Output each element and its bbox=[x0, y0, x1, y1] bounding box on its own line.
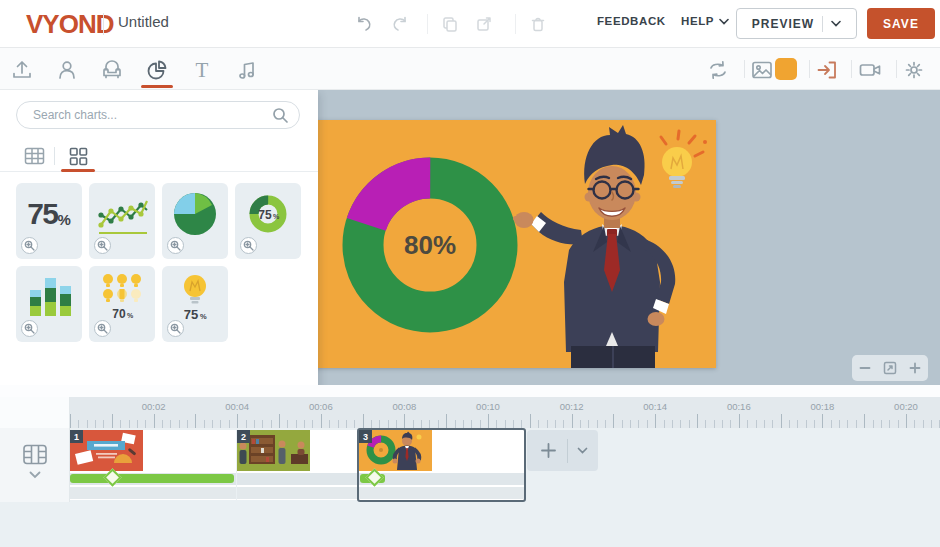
add-scene-control bbox=[527, 430, 598, 471]
scene-block-1[interactable]: 1 bbox=[70, 430, 236, 500]
svg-text:T: T bbox=[196, 58, 209, 82]
preview-magnifier-icon[interactable] bbox=[94, 320, 111, 337]
camera-icon[interactable] bbox=[855, 55, 885, 85]
divider bbox=[744, 60, 745, 78]
project-title[interactable]: Untitled bbox=[118, 13, 169, 30]
character-tool-icon[interactable] bbox=[52, 55, 82, 85]
donut-chart-preview: 75 % bbox=[235, 183, 301, 245]
background-image-icon[interactable] bbox=[747, 55, 777, 85]
ruler-timestamp: 00:10 bbox=[476, 401, 500, 412]
settings-gear-icon[interactable] bbox=[899, 55, 929, 85]
svg-text:75: 75 bbox=[184, 307, 198, 322]
help-menu[interactable]: HELP bbox=[681, 15, 729, 27]
paste-style-icon[interactable] bbox=[472, 12, 496, 36]
timeline-ruler[interactable]: 00:02 00:04 00:06 00:08 00:10 00:12 00:1… bbox=[0, 397, 940, 428]
ruler-timestamp: 00:02 bbox=[142, 401, 166, 412]
feedback-label: FEEDBACK bbox=[597, 15, 666, 27]
props-tool-icon[interactable] bbox=[97, 55, 127, 85]
charts-tool-icon[interactable] bbox=[142, 55, 172, 85]
video-track-icon bbox=[21, 442, 49, 467]
text-tool-icon[interactable]: T bbox=[187, 55, 217, 85]
ruler-timestamp: 00:06 bbox=[309, 401, 333, 412]
chart-card-donut[interactable]: 75 % bbox=[235, 183, 301, 259]
scene-number-badge: 2 bbox=[237, 430, 250, 443]
svg-text:75: 75 bbox=[258, 208, 272, 222]
line-chart-preview bbox=[89, 183, 155, 245]
tab-templates[interactable] bbox=[17, 144, 51, 168]
video-track-gutter bbox=[0, 428, 70, 502]
stage-donut-chart: 80% bbox=[346, 161, 515, 330]
help-label: HELP bbox=[681, 15, 714, 27]
preview-magnifier-icon[interactable] bbox=[21, 320, 38, 337]
audio-tool-icon[interactable] bbox=[232, 55, 262, 85]
zoom-in-button[interactable] bbox=[904, 357, 926, 379]
chart-card-pie[interactable] bbox=[162, 183, 228, 259]
active-tab-underline bbox=[61, 169, 95, 172]
collapse-track-chevron-icon[interactable] bbox=[29, 471, 41, 479]
scene-block-2[interactable]: 2 bbox=[237, 430, 359, 500]
save-button[interactable]: SAVE bbox=[867, 8, 935, 39]
divider bbox=[54, 147, 55, 165]
scene-1-animation-bar[interactable] bbox=[70, 474, 234, 483]
preview-magnifier-icon[interactable] bbox=[167, 320, 184, 337]
ruler-timestamp: 00:04 bbox=[225, 401, 249, 412]
enter-exit-effect-icon[interactable] bbox=[812, 55, 842, 85]
add-scene-options-chevron[interactable] bbox=[568, 430, 596, 471]
ruler-timestamp: 00:14 bbox=[643, 401, 667, 412]
number-counter-preview: 75 % bbox=[16, 183, 82, 245]
chart-card-bulb[interactable]: 75 % bbox=[162, 266, 228, 342]
chart-card-line[interactable] bbox=[89, 183, 155, 259]
active-tool-underline bbox=[141, 85, 173, 88]
top-bar: VYOND Untitled FEEDBACK HELP PREVIEW bbox=[0, 0, 940, 48]
search-icon[interactable] bbox=[272, 107, 289, 124]
transition-swap-icon[interactable] bbox=[703, 55, 733, 85]
redo-icon[interactable] bbox=[388, 12, 412, 36]
scene-block-3-selected[interactable]: 3 bbox=[359, 430, 524, 500]
upload-tool-icon[interactable] bbox=[7, 55, 37, 85]
card-unit: % bbox=[58, 211, 71, 228]
scene-number-badge: 3 bbox=[359, 430, 372, 443]
timeline-resize-strip bbox=[0, 385, 940, 397]
scene-audio-band bbox=[237, 487, 359, 499]
stage-zoom-controls bbox=[852, 355, 928, 381]
scene-number-badge: 1 bbox=[70, 430, 83, 443]
ruler-timestamp: 00:18 bbox=[811, 401, 835, 412]
fit-to-screen-button[interactable] bbox=[879, 357, 901, 379]
ruler-timestamp: 00:16 bbox=[727, 401, 751, 412]
feedback-link[interactable]: FEEDBACK bbox=[597, 15, 666, 27]
preview-magnifier-icon[interactable] bbox=[167, 237, 184, 254]
preview-magnifier-icon[interactable] bbox=[240, 237, 257, 254]
chart-card-stacked-bar[interactable] bbox=[16, 266, 82, 342]
video-stage[interactable]: 80% bbox=[275, 120, 716, 368]
scene-audio-band bbox=[359, 487, 524, 499]
bar-chart-preview bbox=[16, 266, 82, 328]
tab-grid-view[interactable] bbox=[61, 144, 95, 168]
delete-icon[interactable] bbox=[526, 12, 550, 36]
svg-text:70: 70 bbox=[112, 307, 126, 321]
chart-card-bulbs-grid[interactable]: 70 % bbox=[89, 266, 155, 342]
chevron-down-icon bbox=[719, 18, 729, 25]
preview-button[interactable]: PREVIEW bbox=[736, 8, 857, 39]
copy-icon[interactable] bbox=[438, 12, 462, 36]
preview-magnifier-icon[interactable] bbox=[94, 237, 111, 254]
charts-panel: 75 % bbox=[0, 90, 318, 390]
search-input[interactable] bbox=[33, 103, 263, 127]
preview-label: PREVIEW bbox=[752, 17, 814, 31]
svg-text:%: % bbox=[273, 213, 280, 220]
ruler-timestamp: 00:20 bbox=[894, 401, 918, 412]
zoom-out-button[interactable] bbox=[854, 357, 876, 379]
divider bbox=[822, 16, 823, 32]
timeline: 00:02 00:04 00:06 00:08 00:10 00:12 00:1… bbox=[0, 385, 940, 547]
divider bbox=[103, 13, 104, 35]
add-scene-button[interactable] bbox=[529, 430, 567, 471]
vyond-logo[interactable]: VYOND bbox=[26, 8, 113, 40]
divider bbox=[851, 60, 852, 78]
ruler-ticks bbox=[70, 412, 940, 428]
ruler-timestamp: 00:08 bbox=[393, 401, 417, 412]
undo-icon[interactable] bbox=[352, 12, 376, 36]
panel-tabs bbox=[0, 140, 318, 172]
preview-magnifier-icon[interactable] bbox=[21, 237, 38, 254]
chart-card-number-counter[interactable]: 75 % bbox=[16, 183, 82, 259]
background-color-swatch[interactable] bbox=[775, 58, 797, 80]
divider bbox=[515, 14, 516, 34]
